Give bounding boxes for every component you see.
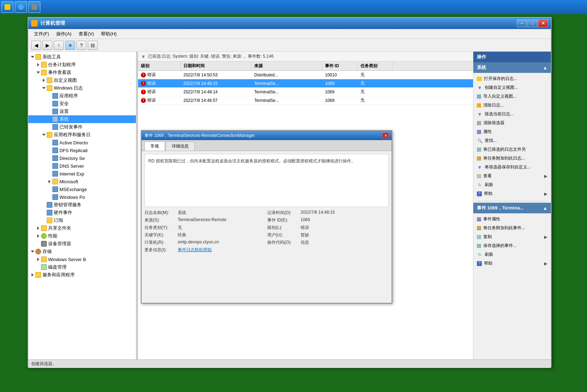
expand-task-scheduler[interactable]	[35, 62, 41, 68]
expand-custom-views[interactable]	[41, 77, 47, 83]
action-refresh-system[interactable]: ↻ 刷新	[473, 180, 551, 189]
action-import-custom-view[interactable]: 导入自定义视图...	[473, 92, 551, 101]
tree-item-microsoft[interactable]: Microsoft	[28, 178, 138, 185]
action-create-custom-view[interactable]: ▼ 创建自定义视图...	[473, 83, 551, 92]
expand-wsb[interactable]	[35, 256, 41, 262]
close-button[interactable]: ✕	[538, 19, 548, 27]
event-rows[interactable]: ! 错误 2022/7/8 14:50:53 Distributed... 10…	[138, 71, 473, 105]
expand-shared-folders[interactable]	[35, 225, 41, 231]
forward-button[interactable]: ▶	[42, 41, 52, 50]
up-button[interactable]: ↑	[54, 41, 64, 50]
action-save-selected[interactable]: 保存选择的事件...	[473, 241, 551, 250]
create-view-icon: ▼	[477, 85, 483, 91]
help-toolbar-button[interactable]: ?	[76, 41, 86, 50]
tree-item-internetexp[interactable]: Internet Exp	[28, 170, 138, 178]
tree-item-subscriptions[interactable]: 订阅	[28, 217, 138, 224]
tree-item-activedir[interactable]: Active Directo	[28, 139, 138, 146]
event-row-3[interactable]: ! 错误 2022/7/8 14:46:57 TerminalSe... 106…	[138, 96, 473, 105]
tree-item-security[interactable]: 安全	[28, 100, 138, 108]
tree-item-dfsreplica[interactable]: DFS Replicati	[28, 146, 138, 154]
tree-item-device-manager[interactable]: 设备管理器	[28, 240, 138, 248]
detail-more-info-link[interactable]: 事件日志联机帮助	[178, 247, 212, 253]
menu-file[interactable]: 文件(F)	[31, 30, 52, 38]
action-save-filter[interactable]: ▼ 将筛选器保存到自定义...	[473, 163, 551, 172]
dialog-close-button[interactable]: ✕	[382, 133, 389, 138]
col-header-datetime[interactable]: 日期和时间	[181, 62, 251, 70]
expand-microsoft[interactable]	[47, 179, 52, 184]
tree-item-wsb[interactable]: Windows Server B	[28, 255, 138, 263]
action-open-log[interactable]: 打开保存的日志...	[473, 74, 551, 83]
expand-system-tools[interactable]	[30, 54, 35, 60]
list-view-button[interactable]: ≡	[65, 41, 75, 50]
tree-item-storage[interactable]: 存储	[28, 248, 138, 255]
tree-item-msexchange[interactable]: MSExchange	[28, 185, 138, 193]
detail-task-value: 无	[178, 225, 182, 231]
tree-item-custom-views[interactable]: 自定义视图	[28, 76, 138, 84]
tree-item-shared-folders[interactable]: 共享文件夹	[28, 224, 138, 232]
action-view[interactable]: 查看 ▶	[473, 172, 551, 180]
minimize-button[interactable]: －	[517, 19, 527, 27]
dialog-tab-general[interactable]: 常规	[144, 142, 165, 151]
tree-item-dnsserver[interactable]: DNS Server	[28, 162, 138, 170]
col-header-task[interactable]: 任务类别	[358, 62, 393, 70]
action-clear-log[interactable]: 清除日志...	[473, 101, 551, 110]
dialog-tab-detail[interactable]: 详细信息	[166, 142, 195, 151]
tree-item-windows-logs[interactable]: Windows 日志	[28, 84, 138, 92]
tree-item-forwarded[interactable]: 已转发事件	[28, 123, 138, 131]
col-header-eventid[interactable]: 事件 ID	[322, 62, 358, 70]
event-row-1[interactable]: ! 错误 2022/7/8 14:48:15 TerminalSe... 106…	[138, 79, 473, 88]
detail-button[interactable]: ⊟	[88, 41, 98, 50]
tree-item-performance[interactable]: 性能	[28, 232, 138, 240]
tree-item-system[interactable]: 系统	[28, 115, 138, 123]
tree-item-application[interactable]: 应用程序	[28, 92, 138, 100]
action-help-event[interactable]: ? 帮助 ▶	[473, 259, 551, 268]
expand-performance[interactable]	[35, 233, 41, 239]
action-help-system[interactable]: ? 帮助 ▶	[473, 189, 551, 198]
col-header-level[interactable]: 级别	[138, 62, 181, 70]
col-header-source[interactable]: 来源	[251, 62, 322, 70]
expand-services[interactable]	[30, 272, 35, 278]
expand-event-viewer[interactable]	[35, 70, 41, 75]
maximize-button[interactable]: □	[528, 19, 537, 27]
tree-item-windowspo[interactable]: Windows Po	[28, 193, 138, 201]
menu-view[interactable]: 查看(V)	[76, 30, 97, 38]
action-save-filtered[interactable]: 将已筛选的日志文件另	[473, 145, 551, 154]
action-copy[interactable]: 复制 ▶	[473, 232, 551, 241]
action-refresh-event[interactable]: ↻ 刷新	[473, 250, 551, 259]
tree-item-hardwareevents[interactable]: 硬件事件	[28, 209, 138, 217]
action-find[interactable]: 🔍 查找...	[473, 136, 551, 145]
tree-label-shared-folders: 共享文件夹	[48, 225, 71, 231]
menu-action[interactable]: 操作(A)	[53, 30, 74, 38]
event-cell-task-2: 无	[358, 89, 393, 95]
tree-item-setup[interactable]: 设置	[28, 108, 138, 115]
action-clear-filter[interactable]: 清除筛选器	[473, 119, 551, 127]
tree-scroll[interactable]: 系统工具 任务计划程序 事件查看器 自定义视图	[28, 52, 138, 359]
expand-windows-logs[interactable]	[41, 85, 47, 91]
expand-storage[interactable]	[30, 249, 35, 254]
taskbar-item-1[interactable]	[1, 1, 13, 13]
tree-item-directory[interactable]: Directory Se	[28, 154, 138, 162]
tree-item-keymgmt[interactable]: 密钥管理服务	[28, 201, 138, 209]
tree-item-task-scheduler[interactable]: 任务计划程序	[28, 61, 138, 69]
event-row-2[interactable]: ! 错误 2022/7/8 14:48:14 TerminalSe... 106…	[138, 88, 473, 96]
event-cell-datetime-2: 2022/7/8 14:48:14	[181, 90, 251, 94]
action-event-properties[interactable]: 事件属性	[473, 215, 551, 224]
expand-appservices[interactable]	[41, 132, 47, 138]
tree-item-event-viewer[interactable]: 事件查看器	[28, 69, 138, 76]
back-button[interactable]: ◀	[31, 41, 41, 50]
action-properties[interactable]: 属性	[473, 127, 551, 136]
menu-help[interactable]: 帮助(H)	[98, 30, 119, 38]
tree-item-disk-management[interactable]: 磁盘管理	[28, 263, 138, 271]
tree-resize-handle[interactable]	[136, 52, 138, 359]
tree-item-system-tools[interactable]: 系统工具	[28, 53, 138, 61]
event-row-0[interactable]: ! 错误 2022/7/8 14:50:53 Distributed... 10…	[138, 71, 473, 79]
action-attach-task-event[interactable]: 将任务附加到此事件...	[473, 224, 551, 232]
tree-label-storage: 存储	[42, 248, 52, 255]
taskbar-item-3[interactable]	[28, 1, 40, 13]
tree-item-appservices[interactable]: 应用程序和服务日	[28, 131, 138, 139]
action-attach-task[interactable]: 将任务附加到此日志...	[473, 154, 551, 163]
detail-event-id-label: 事件 ID(E):	[267, 217, 299, 223]
action-filter-log[interactable]: ▼ 筛选当前日志...	[473, 110, 551, 119]
tree-item-services[interactable]: 服务和应用程序	[28, 271, 138, 279]
taskbar-item-2[interactable]	[15, 1, 27, 13]
